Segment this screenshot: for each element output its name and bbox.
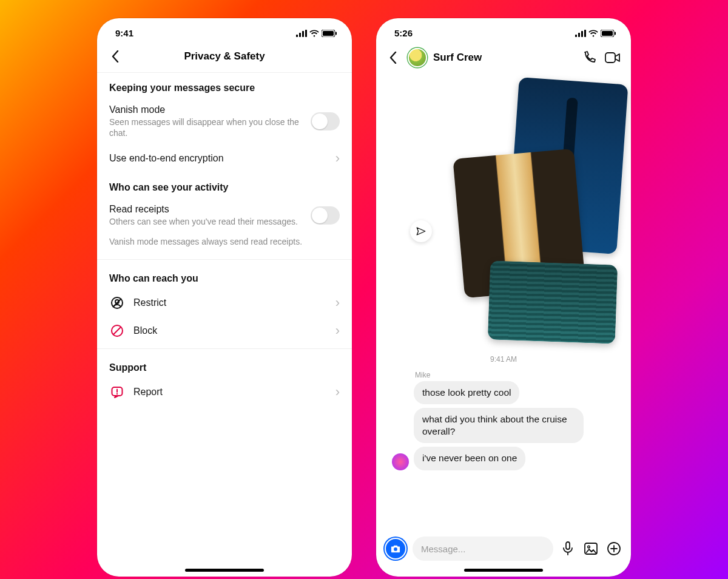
svg-rect-17 (581, 31, 583, 37)
image-icon (584, 542, 598, 555)
back-button[interactable] (107, 48, 124, 65)
svg-rect-22 (605, 53, 615, 63)
receipts-label: Read receipts (109, 204, 302, 215)
status-bar: 5:26 (376, 18, 631, 43)
row-restrict[interactable]: Restrict › (97, 289, 352, 317)
send-icon (416, 226, 426, 237)
section-header: Support (97, 353, 352, 378)
report-label: Report (133, 387, 327, 398)
vanish-sub: Seen messages will disappear when you cl… (109, 117, 302, 138)
row-block[interactable]: Block › (97, 317, 352, 345)
photo-pool[interactable] (488, 260, 618, 344)
home-indicator[interactable] (185, 569, 264, 572)
svg-rect-15 (575, 35, 577, 37)
svg-rect-3 (305, 30, 307, 37)
block-icon (110, 323, 124, 338)
chevron-right-icon: › (335, 384, 340, 400)
battery-icon (322, 30, 337, 37)
receipts-note: Vanish mode messages always send read re… (97, 234, 352, 256)
wifi-icon (309, 30, 319, 37)
video-call-button[interactable] (604, 49, 621, 66)
nav-header: Privacy & Safety (97, 43, 352, 73)
chevron-left-icon (389, 52, 397, 64)
message-bubble[interactable]: what did you think about the cruise over… (414, 408, 584, 443)
sender-avatar[interactable] (392, 453, 409, 470)
svg-line-11 (113, 327, 121, 334)
page-title: Privacy & Safety (129, 50, 320, 63)
wifi-icon (588, 30, 598, 37)
svg-rect-24 (566, 542, 570, 549)
signal-icon (296, 30, 307, 37)
timestamp: 9:41 AM (385, 355, 622, 364)
video-icon (605, 51, 621, 64)
message-row: those look pretty cool (385, 381, 622, 404)
message-row: i've never been on one (385, 447, 622, 470)
phone-privacy-settings: 9:41 Privacy & Safety Keeping your messa… (97, 18, 352, 577)
group-avatar[interactable] (408, 48, 427, 67)
divider (97, 348, 352, 349)
svg-rect-5 (323, 31, 334, 36)
e2e-label: Use end-to-end encryption (109, 153, 327, 164)
share-button[interactable] (410, 220, 432, 242)
chevron-left-icon (112, 50, 119, 63)
gallery-button[interactable] (582, 540, 599, 557)
row-vanish-mode[interactable]: Vanish mode Seen messages will disappear… (97, 98, 352, 144)
chat-body: 9:41 AM Mike those look pretty cool what… (376, 73, 631, 530)
battery-icon (601, 30, 616, 37)
restrict-label: Restrict (133, 297, 327, 308)
message-row: what did you think about the cruise over… (385, 408, 622, 443)
status-bar: 9:41 (97, 18, 352, 43)
phone-icon (582, 50, 597, 65)
camera-button[interactable] (385, 538, 406, 560)
chat-header: Surf Crew (376, 43, 631, 73)
back-button[interactable] (385, 49, 402, 66)
message-bubble[interactable]: those look pretty cool (414, 381, 519, 404)
svg-rect-18 (584, 30, 586, 37)
restrict-icon (110, 296, 124, 310)
signal-icon (575, 30, 586, 37)
home-indicator[interactable] (464, 569, 543, 572)
svg-point-23 (394, 547, 397, 551)
svg-rect-0 (296, 35, 298, 37)
mic-icon (562, 541, 574, 556)
row-e2e-encryption[interactable]: Use end-to-end encryption › (97, 144, 352, 172)
settings-content: Keeping your messages secure Vanish mode… (97, 73, 352, 577)
svg-rect-20 (602, 31, 613, 36)
message-bubble[interactable]: i've never been on one (414, 447, 525, 470)
svg-rect-16 (578, 33, 580, 37)
sender-name: Mike (415, 371, 622, 379)
report-icon (110, 385, 124, 399)
svg-rect-21 (615, 32, 616, 35)
divider (97, 259, 352, 260)
vanish-toggle[interactable] (311, 112, 340, 130)
camera-icon (390, 544, 401, 554)
chevron-right-icon: › (335, 295, 340, 311)
more-button[interactable] (605, 540, 622, 557)
receipts-toggle[interactable] (311, 206, 340, 225)
section-header: Who can reach you (97, 263, 352, 289)
section-header: Keeping your messages secure (97, 73, 352, 98)
plus-circle-icon (607, 541, 621, 556)
audio-call-button[interactable] (581, 49, 598, 66)
receipts-sub: Others can see when you've read their me… (109, 216, 302, 227)
photo-attachment-stack[interactable] (440, 81, 622, 342)
row-report[interactable]: Report › (97, 378, 352, 406)
chat-title[interactable]: Surf Crew (433, 52, 575, 64)
vanish-label: Vanish mode (109, 104, 302, 115)
block-label: Block (133, 325, 327, 336)
status-icons (575, 30, 616, 37)
svg-point-14 (116, 393, 118, 394)
svg-point-26 (588, 546, 590, 548)
status-icons (296, 30, 337, 37)
chevron-right-icon: › (335, 151, 340, 166)
row-read-receipts[interactable]: Read receipts Others can see when you've… (97, 198, 352, 233)
svg-rect-1 (299, 33, 301, 37)
message-placeholder: Message... (421, 544, 465, 554)
status-time: 5:26 (394, 28, 413, 38)
message-input[interactable]: Message... (413, 537, 553, 561)
svg-rect-2 (302, 31, 304, 37)
status-time: 9:41 (115, 28, 133, 38)
chevron-right-icon: › (335, 323, 340, 339)
svg-rect-6 (335, 32, 337, 35)
voice-button[interactable] (559, 540, 576, 557)
